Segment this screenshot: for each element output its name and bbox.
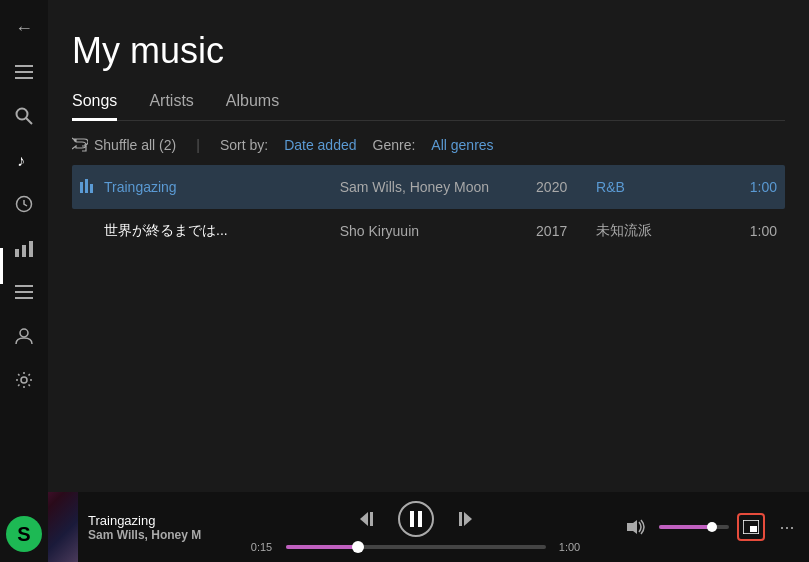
svg-rect-7 xyxy=(15,249,19,257)
active-indicator xyxy=(0,248,3,284)
svg-rect-21 xyxy=(418,511,422,527)
svg-rect-17 xyxy=(90,184,93,193)
track-name: Traingazing xyxy=(88,513,208,528)
tab-artists[interactable]: Artists xyxy=(149,92,193,121)
svg-marker-24 xyxy=(627,520,637,534)
volume-thumb xyxy=(707,522,717,532)
account-icon[interactable] xyxy=(4,316,44,356)
svg-rect-12 xyxy=(15,297,33,299)
svg-rect-15 xyxy=(80,182,83,193)
chart-icon[interactable] xyxy=(4,228,44,268)
svg-rect-2 xyxy=(15,77,33,79)
progress-bar[interactable] xyxy=(286,545,546,549)
svg-point-3 xyxy=(17,109,28,120)
svg-rect-11 xyxy=(15,291,33,293)
song-year: 2017 xyxy=(536,223,596,239)
next-button[interactable] xyxy=(454,509,474,529)
volume-fill xyxy=(659,525,712,529)
sort-by-label: Sort by: xyxy=(220,137,268,153)
list-icon[interactable] xyxy=(4,272,44,312)
page-title: My music xyxy=(72,30,785,72)
sort-value[interactable]: Date added xyxy=(284,137,356,153)
more-options-button[interactable]: ··· xyxy=(773,513,801,541)
svg-rect-10 xyxy=(15,285,33,287)
svg-text:♪: ♪ xyxy=(17,152,25,169)
svg-rect-19 xyxy=(370,512,373,526)
music-icon[interactable]: ♪ xyxy=(4,140,44,180)
progress-fill xyxy=(286,545,359,549)
song-duration: 1:00 xyxy=(727,179,777,195)
previous-button[interactable] xyxy=(358,509,378,529)
song-artist: Sam Wills, Honey Moon xyxy=(340,179,536,195)
spotify-icon[interactable]: S xyxy=(6,516,42,552)
separator: | xyxy=(196,137,200,153)
search-icon[interactable] xyxy=(4,96,44,136)
song-title: Traingazing xyxy=(104,179,340,195)
song-artist: Sho Kiryuuin xyxy=(340,223,536,239)
svg-point-14 xyxy=(21,377,27,383)
svg-rect-9 xyxy=(29,241,33,257)
song-year: 2020 xyxy=(536,179,596,195)
current-time: 0:15 xyxy=(246,541,278,553)
table-row[interactable]: Traingazing Sam Wills, Honey Moon 2020 R… xyxy=(72,165,785,209)
settings-icon[interactable] xyxy=(4,360,44,400)
svg-rect-16 xyxy=(85,179,88,193)
shuffle-label: Shuffle all (2) xyxy=(94,137,176,153)
svg-rect-0 xyxy=(15,65,33,67)
tab-albums[interactable]: Albums xyxy=(226,92,279,121)
toolbar: Shuffle all (2) | Sort by: Date added Ge… xyxy=(72,137,785,153)
playback-buttons xyxy=(358,501,474,537)
svg-rect-20 xyxy=(410,511,414,527)
back-icon[interactable]: ← xyxy=(4,8,44,48)
total-time: 1:00 xyxy=(554,541,586,553)
sidebar: ← ♪ S xyxy=(0,0,48,562)
main-content: My music Songs Artists Albums Shuffle al… xyxy=(48,0,809,492)
genre-label: Genre: xyxy=(373,137,416,153)
volume-bar[interactable] xyxy=(659,525,729,529)
player-controls: 0:15 1:00 xyxy=(218,501,613,553)
svg-rect-26 xyxy=(750,526,757,532)
svg-marker-22 xyxy=(464,512,472,526)
track-info: Traingazing Sam Wills, Honey M xyxy=(88,513,208,542)
song-duration: 1:00 xyxy=(727,223,777,239)
volume-icon[interactable] xyxy=(623,513,651,541)
svg-point-13 xyxy=(20,329,28,337)
playing-icon xyxy=(80,179,104,196)
song-genre: R&B xyxy=(596,179,727,195)
shuffle-button[interactable]: Shuffle all (2) xyxy=(72,137,176,153)
history-icon[interactable] xyxy=(4,184,44,224)
right-controls: ··· xyxy=(623,513,801,541)
progress-area: 0:15 1:00 xyxy=(246,541,586,553)
song-title: 世界が終るまでは... xyxy=(104,222,340,240)
svg-line-4 xyxy=(26,118,32,124)
genre-value[interactable]: All genres xyxy=(431,137,493,153)
svg-rect-1 xyxy=(15,71,33,73)
track-artist: Sam Wills, Honey M xyxy=(88,528,208,542)
progress-thumb xyxy=(352,541,364,553)
svg-rect-8 xyxy=(22,245,26,257)
now-playing-bar: Traingazing Sam Wills, Honey M 0:15 1:00 xyxy=(0,492,809,562)
svg-marker-18 xyxy=(360,512,368,526)
mini-player-button[interactable] xyxy=(737,513,765,541)
tab-bar: Songs Artists Albums xyxy=(72,92,785,121)
tab-songs[interactable]: Songs xyxy=(72,92,117,121)
table-row[interactable]: 世界が終るまでは... Sho Kiryuuin 2017 未知流派 1:00 xyxy=(72,209,785,253)
pause-button[interactable] xyxy=(398,501,434,537)
song-genre: 未知流派 xyxy=(596,222,727,240)
menu-icon[interactable] xyxy=(4,52,44,92)
svg-rect-23 xyxy=(459,512,462,526)
song-list: Traingazing Sam Wills, Honey Moon 2020 R… xyxy=(72,165,785,253)
